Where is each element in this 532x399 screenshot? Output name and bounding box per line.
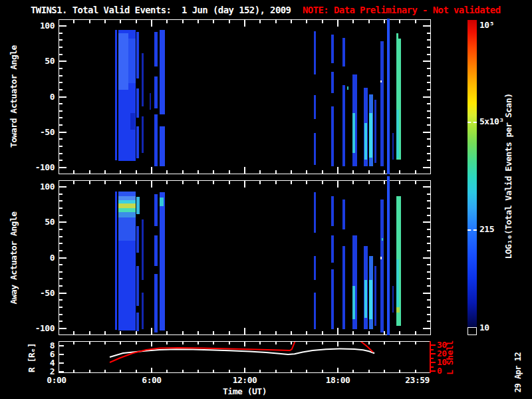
tick <box>229 181 230 184</box>
tick <box>423 96 430 98</box>
heatmap-stripe <box>154 194 158 226</box>
tick <box>59 132 66 133</box>
heatmap-stripe <box>331 35 334 64</box>
heatmap-stripe <box>160 30 165 114</box>
tick <box>244 181 245 188</box>
tick <box>244 167 245 174</box>
tick <box>59 25 66 27</box>
tick <box>368 370 370 372</box>
colorbar-tick-label: 215 <box>479 224 494 234</box>
tick <box>322 331 323 334</box>
tick <box>59 328 66 329</box>
tick <box>59 75 63 76</box>
tick <box>368 331 370 334</box>
tick <box>59 278 63 279</box>
colorbar-tick-label: 10⁵ <box>479 20 494 30</box>
tick <box>423 186 430 188</box>
tick <box>384 370 385 372</box>
tick <box>59 124 63 126</box>
tick <box>182 20 184 23</box>
heatmap-stripe <box>130 113 135 130</box>
colorbar <box>467 20 477 328</box>
heatmap-stripe <box>380 80 382 82</box>
tick <box>73 342 74 344</box>
y-tick-label: 0 <box>27 253 55 263</box>
tick <box>423 257 430 259</box>
tick <box>427 264 430 265</box>
heatmap-stripe <box>128 39 136 83</box>
tick <box>431 370 436 372</box>
tick <box>337 20 338 27</box>
heatmap-stripe <box>136 197 140 215</box>
tick <box>275 181 277 184</box>
tick <box>59 250 63 251</box>
tick <box>322 181 323 184</box>
tick <box>59 47 63 48</box>
heatmap-stripe <box>160 198 164 206</box>
tick <box>198 370 199 372</box>
tick <box>427 124 430 126</box>
x-tick-label: 0:00 <box>47 375 66 385</box>
tick <box>352 331 354 334</box>
tick <box>120 170 121 174</box>
heatmap-stripe <box>314 95 316 118</box>
heatmap-stripe <box>331 235 334 263</box>
tick <box>59 186 66 188</box>
tick <box>399 181 400 184</box>
tick <box>427 215 430 216</box>
heatmap-stripe <box>392 133 394 160</box>
tick <box>59 293 66 294</box>
heatmap-stripe <box>154 235 158 266</box>
tick <box>427 33 430 34</box>
tick <box>337 167 338 174</box>
tick <box>229 342 230 344</box>
colorbar-bottom-bin <box>467 327 477 335</box>
colorbar-tick <box>467 229 477 231</box>
heatmap-stripe <box>331 106 334 166</box>
y-tick-label: -50 <box>27 288 55 298</box>
tick <box>151 368 152 372</box>
tick <box>431 366 434 368</box>
heatmap-stripe <box>380 257 382 259</box>
tick <box>198 170 199 174</box>
x-tick-label: 6:00 <box>142 375 161 385</box>
tick <box>427 54 430 55</box>
tick <box>275 331 277 334</box>
tick <box>182 370 184 372</box>
tick <box>166 331 168 334</box>
tick <box>136 170 137 174</box>
tick <box>120 370 121 372</box>
tick <box>306 370 307 372</box>
tick <box>427 207 430 209</box>
tick <box>431 353 436 354</box>
tick <box>306 20 307 23</box>
tick <box>427 243 430 244</box>
heatmap-stripe <box>369 113 372 158</box>
tick <box>427 117 430 118</box>
tick <box>431 344 436 346</box>
tick <box>229 170 230 174</box>
heatmap-stripe <box>392 286 394 312</box>
tick <box>427 110 430 112</box>
heatmap-stripe <box>154 76 158 108</box>
heatmap-stripe <box>136 226 139 253</box>
tick <box>337 181 338 188</box>
tick <box>427 103 430 104</box>
tick <box>89 20 90 23</box>
tick <box>306 170 307 174</box>
tick <box>120 342 121 344</box>
tick <box>337 328 338 334</box>
tick <box>291 331 292 334</box>
heatmap-stripe <box>136 266 139 306</box>
tick <box>399 370 400 372</box>
tick <box>291 181 292 184</box>
heatmap-stripe <box>374 100 376 163</box>
tick <box>198 181 199 184</box>
tick <box>59 354 64 355</box>
tick <box>229 20 230 23</box>
tick <box>427 75 430 76</box>
heatmap-stripe <box>396 259 399 313</box>
tick <box>259 181 261 184</box>
heatmap-stripe <box>347 86 348 90</box>
heatmap-stripe <box>380 200 384 332</box>
